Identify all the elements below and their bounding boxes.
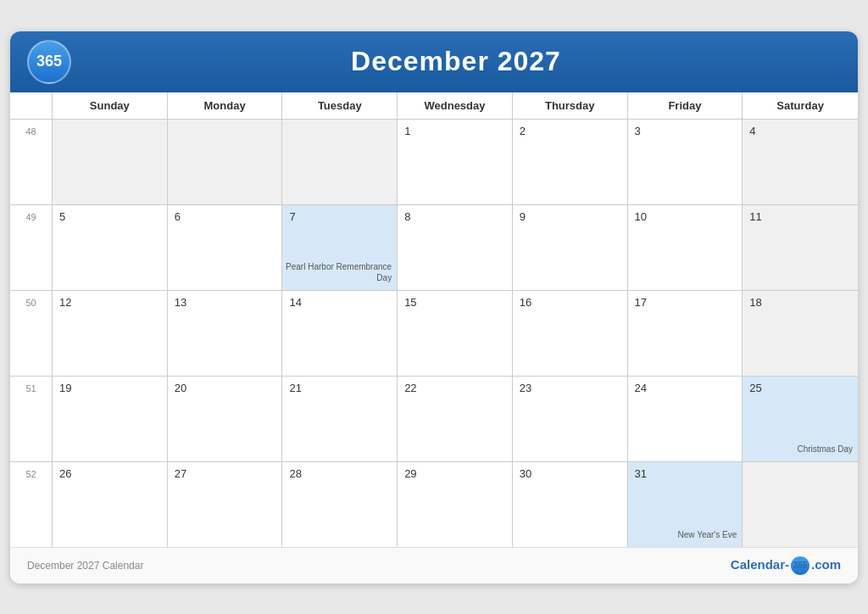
day-cell-26[interactable]: 26 bbox=[53, 462, 168, 547]
day-cell-18[interactable]: 18 bbox=[743, 291, 858, 376]
day-number: 1 bbox=[404, 125, 505, 137]
brand-badge: 365 bbox=[791, 556, 810, 575]
day-number: 8 bbox=[404, 210, 505, 223]
day-number: 13 bbox=[175, 296, 275, 309]
day-number: 12 bbox=[59, 296, 160, 309]
brand-text-prefix: Calendar- bbox=[731, 556, 789, 571]
calendar-row-week-50: 5012131415161718 bbox=[10, 291, 858, 377]
calendar-footer: December 2027 Calendar Calendar-365.com bbox=[10, 547, 858, 583]
day-header-thursday: Thursday bbox=[513, 92, 628, 119]
day-cell-7[interactable]: 7Pearl Harbor Remembrance Day bbox=[282, 205, 398, 290]
event-label: New Year's Eve bbox=[678, 529, 737, 540]
day-number: 20 bbox=[175, 382, 275, 394]
day-number: 5 bbox=[59, 210, 160, 223]
day-number: 11 bbox=[749, 210, 851, 223]
week-number-51: 51 bbox=[10, 377, 53, 461]
day-cell-27[interactable]: 27 bbox=[168, 462, 283, 547]
day-cell-19[interactable]: 19 bbox=[53, 377, 168, 461]
day-cell-empty-0[interactable] bbox=[53, 120, 168, 204]
day-header-saturday: Saturday bbox=[743, 92, 858, 119]
footer-caption: December 2027 Calendar bbox=[27, 560, 143, 572]
day-header-friday: Friday bbox=[628, 92, 743, 119]
event-label: Christmas Day bbox=[797, 444, 853, 455]
day-number: 18 bbox=[749, 296, 851, 309]
day-cell-3[interactable]: 3 bbox=[628, 120, 743, 204]
day-number: 21 bbox=[289, 382, 390, 394]
footer-brand: Calendar-365.com bbox=[731, 556, 841, 575]
calendar-row-week-52: 52262728293031New Year's Eve bbox=[10, 462, 858, 547]
day-number: 25 bbox=[749, 382, 851, 394]
event-label: Pearl Harbor Remembrance Day bbox=[282, 261, 392, 283]
day-cell-5[interactable]: 5 bbox=[53, 205, 168, 290]
day-cell-12[interactable]: 12 bbox=[53, 291, 168, 376]
day-cell-28[interactable]: 28 bbox=[282, 462, 398, 547]
calendar-body: 48123449567Pearl Harbor Remembrance Day8… bbox=[10, 120, 858, 547]
calendar-row-week-49: 49567Pearl Harbor Remembrance Day891011 bbox=[10, 205, 858, 291]
day-number: 23 bbox=[520, 382, 620, 394]
day-cell-31[interactable]: 31New Year's Eve bbox=[628, 462, 743, 547]
day-cell-empty-6[interactable] bbox=[743, 462, 858, 547]
day-header-sunday: Sunday bbox=[53, 92, 168, 119]
day-number: 24 bbox=[635, 382, 736, 394]
calendar-header: 365 December 2027 bbox=[10, 31, 858, 92]
day-number: 19 bbox=[59, 382, 160, 394]
day-cell-14[interactable]: 14 bbox=[282, 291, 398, 376]
day-header-monday: Monday bbox=[168, 92, 283, 119]
calendar-container: 365 December 2027 SundayMondayTuesdayWed… bbox=[10, 31, 858, 583]
calendar-row-week-51: 5119202122232425Christmas Day bbox=[10, 377, 858, 462]
week-number-52: 52 bbox=[10, 462, 53, 547]
day-cell-6[interactable]: 6 bbox=[168, 205, 283, 290]
day-number: 10 bbox=[635, 210, 736, 223]
calendar-title: December 2027 bbox=[71, 46, 841, 77]
day-number: 14 bbox=[289, 296, 390, 309]
day-number: 16 bbox=[520, 296, 620, 309]
calendar-row-week-48: 481234 bbox=[10, 120, 858, 205]
day-number: 31 bbox=[635, 467, 736, 480]
day-number: 26 bbox=[59, 467, 160, 480]
day-headers-row: SundayMondayTuesdayWednesdayThursdayFrid… bbox=[10, 92, 858, 120]
day-number: 3 bbox=[635, 125, 736, 137]
day-number: 17 bbox=[635, 296, 736, 309]
day-cell-22[interactable]: 22 bbox=[398, 377, 513, 461]
logo-badge: 365 bbox=[27, 40, 71, 84]
day-cell-13[interactable]: 13 bbox=[168, 291, 283, 376]
day-header-tuesday: Tuesday bbox=[282, 92, 398, 119]
day-cell-4[interactable]: 4 bbox=[743, 120, 858, 204]
day-cell-17[interactable]: 17 bbox=[628, 291, 743, 376]
week-number-50: 50 bbox=[10, 291, 53, 376]
day-cell-20[interactable]: 20 bbox=[168, 377, 283, 461]
day-number: 6 bbox=[175, 210, 275, 223]
day-cell-empty-2[interactable] bbox=[282, 120, 398, 204]
day-cell-8[interactable]: 8 bbox=[398, 205, 513, 290]
day-cell-25[interactable]: 25Christmas Day bbox=[743, 377, 858, 461]
day-number: 2 bbox=[520, 125, 620, 137]
week-number-48: 48 bbox=[10, 120, 53, 204]
day-cell-30[interactable]: 30 bbox=[513, 462, 628, 547]
day-number: 4 bbox=[749, 125, 851, 137]
day-cell-24[interactable]: 24 bbox=[628, 377, 743, 461]
day-number: 28 bbox=[289, 467, 390, 480]
day-cell-9[interactable]: 9 bbox=[513, 205, 628, 290]
day-number: 27 bbox=[175, 467, 275, 480]
day-number: 29 bbox=[404, 467, 505, 480]
day-number: 30 bbox=[520, 467, 620, 480]
day-cell-23[interactable]: 23 bbox=[513, 377, 628, 461]
day-number: 9 bbox=[520, 210, 620, 223]
day-cell-1[interactable]: 1 bbox=[398, 120, 513, 204]
day-number: 22 bbox=[404, 382, 505, 394]
day-cell-11[interactable]: 11 bbox=[743, 205, 858, 290]
day-cell-2[interactable]: 2 bbox=[513, 120, 628, 204]
day-number: 15 bbox=[404, 296, 505, 309]
day-cell-10[interactable]: 10 bbox=[628, 205, 743, 290]
day-header-wednesday: Wednesday bbox=[398, 92, 513, 119]
brand-text-suffix: .com bbox=[811, 556, 841, 571]
day-cell-15[interactable]: 15 bbox=[398, 291, 513, 376]
day-cell-29[interactable]: 29 bbox=[398, 462, 513, 547]
week-number-49: 49 bbox=[10, 205, 53, 290]
day-number: 7 bbox=[289, 210, 390, 223]
week-num-header bbox=[10, 92, 53, 119]
day-cell-16[interactable]: 16 bbox=[513, 291, 628, 376]
day-cell-empty-1[interactable] bbox=[168, 120, 283, 204]
day-cell-21[interactable]: 21 bbox=[282, 377, 398, 461]
